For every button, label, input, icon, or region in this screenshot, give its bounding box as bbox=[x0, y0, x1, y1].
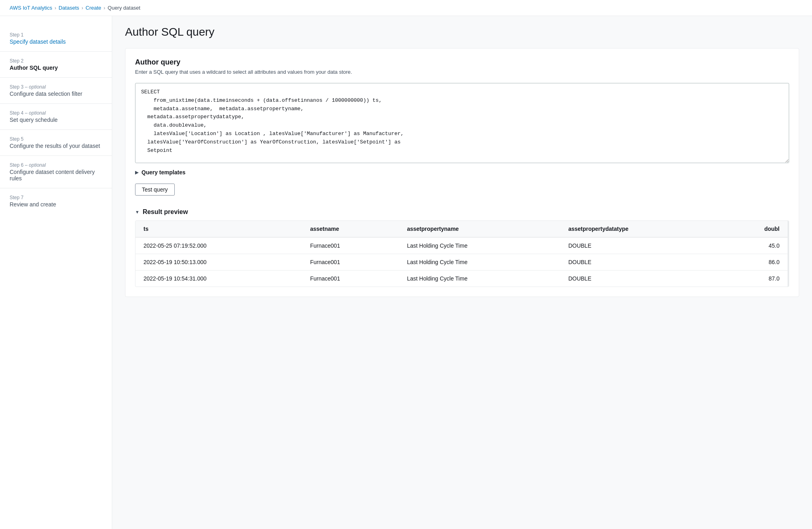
sidebar-item-step3[interactable]: Step 3 – optional Configure data selecti… bbox=[0, 78, 112, 104]
step2-label: Step 2 bbox=[10, 58, 102, 64]
table-row: 2022-05-19 10:54:31.000Furnace001Last Ho… bbox=[135, 271, 788, 287]
col-header-assetpropertyname: assetpropertyname bbox=[399, 221, 560, 237]
cell-assetpropertyname-0: Last Holding Cycle Time bbox=[399, 237, 560, 254]
cell-assetpropertydatatype-1: DOUBLE bbox=[560, 254, 721, 271]
breadcrumb-create[interactable]: Create bbox=[86, 5, 101, 11]
sidebar-item-step1[interactable]: Step 1 Specify dataset details bbox=[0, 26, 112, 52]
cell-doubl-2: 87.0 bbox=[721, 271, 788, 287]
breadcrumb-current: Query dataset bbox=[108, 5, 141, 11]
sidebar-item-step2[interactable]: Step 2 Author SQL query bbox=[0, 52, 112, 78]
author-query-card: Author query Enter a SQL query that uses… bbox=[125, 48, 799, 297]
cell-assetname-1: Furnace001 bbox=[302, 254, 399, 271]
col-header-assetname: assetname bbox=[302, 221, 399, 237]
result-table: ts assetname assetpropertyname assetprop… bbox=[135, 220, 789, 287]
sidebar-item-step6[interactable]: Step 6 – optional Configure dataset cont… bbox=[0, 156, 112, 188]
sidebar-item-step5[interactable]: Step 5 Configure the results of your dat… bbox=[0, 130, 112, 156]
sidebar: Step 1 Specify dataset details Step 2 Au… bbox=[0, 16, 112, 529]
query-templates-toggle[interactable]: ▶ Query templates bbox=[135, 164, 789, 180]
col-header-assetpropertydatatype: assetpropertydatatype bbox=[560, 221, 721, 237]
breadcrumb: AWS IoT Analytics › Datasets › Create › … bbox=[0, 0, 812, 16]
cell-assetpropertydatatype-2: DOUBLE bbox=[560, 271, 721, 287]
cell-doubl-0: 45.0 bbox=[721, 237, 788, 254]
result-preview-toggle[interactable]: ▼ Result preview bbox=[135, 204, 789, 220]
col-header-doubl: doubl bbox=[721, 221, 788, 237]
step4-label: Step 4 – optional bbox=[10, 110, 102, 116]
step2-title[interactable]: Author SQL query bbox=[10, 65, 102, 71]
step3-optional: optional bbox=[29, 84, 46, 90]
step1-title[interactable]: Specify dataset details bbox=[10, 38, 102, 45]
test-query-button[interactable]: Test query bbox=[135, 184, 175, 196]
breadcrumb-sep-3: › bbox=[104, 5, 105, 11]
page-wrapper: AWS IoT Analytics › Datasets › Create › … bbox=[0, 0, 812, 529]
query-templates-arrow-icon: ▶ bbox=[135, 170, 138, 175]
query-templates-label: Query templates bbox=[141, 169, 186, 176]
result-preview-label: Result preview bbox=[143, 208, 188, 216]
cell-assetname-0: Furnace001 bbox=[302, 237, 399, 254]
sidebar-item-step7[interactable]: Step 7 Review and create bbox=[0, 188, 112, 214]
cell-assetpropertydatatype-0: DOUBLE bbox=[560, 237, 721, 254]
step1-label: Step 1 bbox=[10, 32, 102, 38]
cell-assetpropertyname-1: Last Holding Cycle Time bbox=[399, 254, 560, 271]
step5-label: Step 5 bbox=[10, 136, 102, 142]
main-layout: Step 1 Specify dataset details Step 2 Au… bbox=[0, 16, 812, 529]
breadcrumb-datasets[interactable]: Datasets bbox=[59, 5, 79, 11]
breadcrumb-sep-2: › bbox=[82, 5, 83, 11]
step4-title[interactable]: Set query schedule bbox=[10, 117, 102, 123]
step6-label: Step 6 – optional bbox=[10, 162, 102, 168]
sidebar-item-step4[interactable]: Step 4 – optional Set query schedule bbox=[0, 104, 112, 130]
cell-assetname-2: Furnace001 bbox=[302, 271, 399, 287]
step6-title[interactable]: Configure dataset content delivery rules bbox=[10, 169, 102, 182]
table-row: 2022-05-25 07:19:52.000Furnace001Last Ho… bbox=[135, 237, 788, 254]
step7-label: Step 7 bbox=[10, 195, 102, 200]
sql-query-input[interactable] bbox=[135, 83, 789, 163]
breadcrumb-sep-1: › bbox=[55, 5, 56, 11]
page-title: Author SQL query bbox=[125, 26, 799, 38]
main-content: Author SQL query Author query Enter a SQ… bbox=[112, 16, 812, 529]
table-header-row: ts assetname assetpropertyname assetprop… bbox=[135, 221, 788, 237]
step5-title[interactable]: Configure the results of your dataset bbox=[10, 143, 102, 149]
step7-title[interactable]: Review and create bbox=[10, 201, 102, 208]
cell-ts-2: 2022-05-19 10:54:31.000 bbox=[135, 271, 302, 287]
cell-ts-0: 2022-05-25 07:19:52.000 bbox=[135, 237, 302, 254]
step6-optional: optional bbox=[29, 162, 46, 168]
card-description: Enter a SQL query that uses a wildcard t… bbox=[135, 69, 789, 75]
result-data-table: ts assetname assetpropertyname assetprop… bbox=[135, 221, 789, 287]
breadcrumb-iot-analytics[interactable]: AWS IoT Analytics bbox=[10, 5, 52, 11]
col-header-ts: ts bbox=[135, 221, 302, 237]
cell-doubl-1: 86.0 bbox=[721, 254, 788, 271]
cell-ts-1: 2022-05-19 10:50:13.000 bbox=[135, 254, 302, 271]
step4-optional: optional bbox=[29, 110, 46, 116]
card-title: Author query bbox=[135, 58, 789, 67]
step3-label: Step 3 – optional bbox=[10, 84, 102, 90]
result-preview-arrow-icon: ▼ bbox=[135, 210, 139, 214]
cell-assetpropertyname-2: Last Holding Cycle Time bbox=[399, 271, 560, 287]
table-row: 2022-05-19 10:50:13.000Furnace001Last Ho… bbox=[135, 254, 788, 271]
step3-title[interactable]: Configure data selection filter bbox=[10, 91, 102, 97]
